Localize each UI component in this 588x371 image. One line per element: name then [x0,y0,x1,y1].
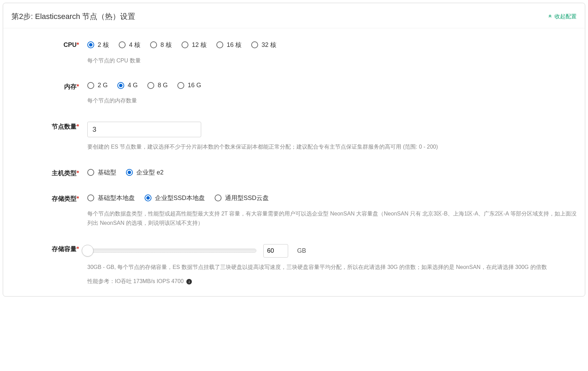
panel-title: 第2步: Elasticsearch 节点（热）设置 [11,11,135,22]
memory-help: 每个节点的内存数量 [87,96,577,105]
radio-icon [216,41,223,48]
storage-perf-text: 性能参考：IO吞吐 173MB/s IOPS 4700 [87,278,184,285]
radio-label: 基础型本地盘 [98,194,135,202]
row-memory: 内存* 2 G4 G8 G16 G 每个节点的内存数量 [11,82,577,105]
radio-icon [119,41,126,48]
cpu-option[interactable]: 4 核 [119,41,140,49]
cpu-option[interactable]: 12 核 [182,41,207,49]
collapse-button[interactable]: 收起配置 [548,13,577,20]
radio-icon [87,194,94,201]
cpu-help: 每个节点的 CPU 数量 [87,56,577,65]
host-type-radio-group: 基础型企业型 e2 [87,168,577,177]
required-mark: * [77,245,79,252]
panel-header: 第2步: Elasticsearch 节点（热）设置 收起配置 [3,3,585,28]
radio-icon [145,194,151,201]
radio-label: 4 核 [129,41,140,49]
storage-perf: 性能参考：IO吞吐 173MB/s IOPS 4700 i [87,278,577,285]
label-host-type: 主机类型* [11,168,87,177]
label-node-count: 节点数量* [11,122,87,131]
row-storage-capacity: 存储容量* GB 30GB - GB, 每个节点的存储容量，ES 数据节点挂载了… [11,244,577,285]
radio-icon [126,169,133,176]
radio-label: 2 核 [98,41,109,49]
radio-icon [87,169,94,176]
radio-label: 12 核 [192,41,207,49]
storage-unit: GB [297,247,306,254]
host-type-option[interactable]: 企业型 e2 [126,168,164,177]
radio-label: 基础型 [98,168,116,177]
radio-icon [117,82,124,89]
row-host-type: 主机类型* 基础型企业型 e2 [11,168,577,177]
radio-label: 16 核 [227,41,242,49]
radio-label: 2 G [98,82,108,89]
row-node-count: 节点数量* 要创建的 ES 节点数量，建议选择不少于分片副本数的个数来保证副本都… [11,122,577,151]
storage-type-radio-group: 基础型本地盘企业型SSD本地盘通用型SSD云盘 [87,194,577,202]
radio-icon [147,82,154,89]
storage-slider-row: GB [87,244,577,258]
config-panel: 第2步: Elasticsearch 节点（热）设置 收起配置 CPU* 2 核… [3,3,585,297]
radio-icon [150,41,157,48]
radio-icon [177,82,184,89]
radio-label: 8 G [158,82,168,89]
required-mark: * [77,170,79,177]
radio-label: 通用型SSD云盘 [225,194,269,202]
row-cpu: CPU* 2 核4 核8 核12 核16 核32 核 每个节点的 CPU 数量 [11,41,577,65]
radio-icon [87,41,94,48]
required-mark: * [77,41,79,48]
cpu-option[interactable]: 8 核 [150,41,172,49]
radio-icon [182,41,188,48]
host-type-option[interactable]: 基础型 [87,168,116,177]
memory-radio-group: 2 G4 G8 G16 G [87,82,577,89]
storage-type-option[interactable]: 基础型本地盘 [87,194,135,202]
node-count-help: 要创建的 ES 节点数量，建议选择不少于分片副本数的个数来保证副本都能正常分配；… [87,142,577,151]
radio-icon [215,194,222,201]
form-body: CPU* 2 核4 核8 核12 核16 核32 核 每个节点的 CPU 数量 … [3,28,585,296]
storage-type-help: 每个节点的数据盘类型，性能型或超高性能型最大支持 2T 容量，有大容量需要的用户… [87,209,577,228]
storage-help: 30GB - GB, 每个节点的存储容量，ES 数据节点挂载了三块硬盘以提高读写… [87,262,577,272]
radio-label: 4 G [128,82,138,89]
radio-label: 企业型SSD本地盘 [155,194,205,202]
cpu-option[interactable]: 2 核 [87,41,109,49]
memory-option[interactable]: 8 G [147,82,168,89]
radio-label: 16 G [188,82,201,89]
memory-option[interactable]: 16 G [177,82,201,89]
row-storage-type: 存储类型* 基础型本地盘企业型SSD本地盘通用型SSD云盘 每个节点的数据盘类型… [11,194,577,228]
label-storage-type: 存储类型* [11,194,87,203]
collapse-label: 收起配置 [555,13,577,20]
label-memory: 内存* [11,82,87,91]
chevron-up-double-icon [548,14,552,19]
radio-label: 企业型 e2 [136,168,164,177]
storage-type-option[interactable]: 企业型SSD本地盘 [145,194,205,202]
storage-value-input[interactable] [263,244,288,258]
radio-icon [251,41,258,48]
storage-type-option[interactable]: 通用型SSD云盘 [215,194,269,202]
radio-label: 8 核 [160,41,172,49]
required-mark: * [77,83,79,90]
memory-option[interactable]: 4 G [117,82,138,89]
info-icon[interactable]: i [186,279,192,284]
radio-label: 32 核 [262,41,276,49]
label-storage-capacity: 存储容量* [11,244,87,253]
cpu-radio-group: 2 核4 核8 核12 核16 核32 核 [87,41,577,49]
required-mark: * [77,123,79,130]
storage-slider-handle[interactable] [82,245,94,257]
cpu-option[interactable]: 32 核 [251,41,276,49]
node-count-input[interactable] [87,122,201,137]
required-mark: * [77,195,79,202]
storage-slider[interactable] [87,249,256,253]
radio-icon [87,82,94,89]
label-cpu: CPU* [11,41,87,49]
memory-option[interactable]: 2 G [87,82,108,89]
cpu-option[interactable]: 16 核 [216,41,242,49]
